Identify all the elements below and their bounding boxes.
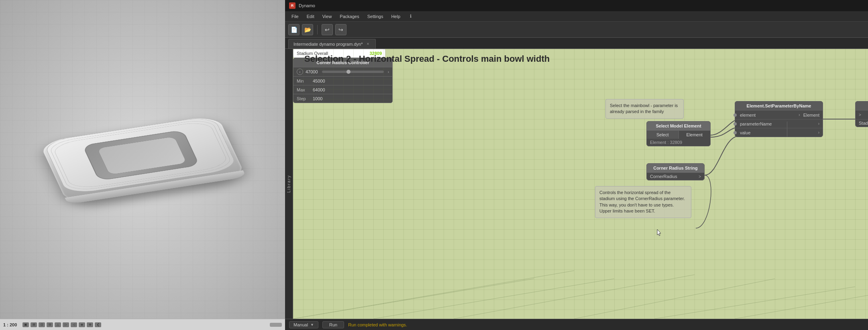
cr-arrow: > (699, 174, 701, 179)
dynamo-bottombar: Manual ▼ Run Run completed with warnings… (285, 319, 868, 330)
toolbar-separator-1 (317, 25, 318, 34)
dynamo-main: Library Selection 2 - Horizontal Spread … (285, 49, 868, 319)
watch-value-row: Stadium Overall 32809 (856, 119, 868, 127)
comment-bottom-text: Controls the horizontal spread of the st… (599, 190, 685, 213)
set-param-element-row: element › Element (735, 110, 823, 119)
controller-slider[interactable] (322, 71, 384, 73)
watch-left-arrow: > (859, 113, 861, 117)
set-param-value-row: value › (735, 128, 823, 137)
sb-icon-9[interactable]: ⊕ (87, 322, 93, 327)
param-element-arrow: › (799, 113, 800, 117)
stadium-base (39, 115, 247, 204)
horizontal-scrollbar[interactable] (270, 323, 282, 327)
dynamo-panel: R Dynamo File Edit View Packages Setting… (285, 0, 868, 330)
menu-file[interactable]: File (288, 13, 302, 20)
stadium-inner-field (97, 136, 187, 175)
dynamo-logo: R (289, 2, 295, 9)
watch-header: Watch (856, 101, 868, 110)
watch-stadium-label: Stadium Overall (859, 121, 868, 126)
menu-view[interactable]: View (319, 13, 335, 20)
stadium-3d-model (30, 79, 255, 240)
dynamo-menubar: File Edit View Packages Settings Help ℹ (285, 11, 868, 22)
sb-icon-5[interactable]: △ (55, 322, 61, 327)
sb-icon-4[interactable]: ⊟ (47, 322, 53, 327)
cad-viewport[interactable] (0, 0, 285, 319)
library-label: Library (287, 175, 291, 193)
run-button[interactable]: Run (322, 321, 344, 328)
corner-radius-row: CornerRadius > (647, 172, 704, 180)
select-model-row: Select Element (647, 130, 710, 139)
param-name-label: parameterName (740, 121, 772, 126)
param-value-arrow: › (818, 130, 819, 135)
param-divider (787, 121, 787, 137)
param-element-right: Element (803, 113, 819, 117)
sb-icon-3[interactable]: ⊡ (39, 322, 45, 327)
menu-help[interactable]: Help (388, 13, 403, 20)
node-watch[interactable]: Watch > > Stadium Overall 32809 (855, 101, 868, 127)
menu-packages[interactable]: Packages (336, 13, 362, 20)
scale-display: 1 : 200 (3, 322, 19, 327)
execution-mode-arrow: ▼ (310, 323, 314, 327)
execution-mode-label: Manual (293, 322, 308, 327)
port-value-in (734, 131, 737, 134)
set-param-name-row: parameterName › (735, 119, 823, 128)
dynamo-app-title: Dynamo (299, 3, 315, 8)
toolbar-undo-button[interactable]: ↩ (322, 24, 333, 35)
set-param-header: Element.SetParameterByName (735, 101, 823, 110)
toolbar-new-button[interactable]: 📄 (288, 24, 300, 35)
info-icon[interactable]: ℹ (407, 13, 415, 20)
library-panel[interactable]: Library (285, 49, 293, 319)
node-set-param[interactable]: Element.SetParameterByName element › Ele… (735, 101, 823, 137)
canvas-grid (293, 49, 868, 319)
menu-edit[interactable]: Edit (304, 13, 318, 20)
cad-panel: 1 : 200 ▣ ⊞ ⊡ ⊟ △ ▷ ◁ ◈ ⊕ ❮ (0, 0, 285, 330)
sb-icon-6[interactable]: ▷ (63, 322, 69, 327)
statusbar-icons: ▣ ⊞ ⊡ ⊟ △ ▷ ◁ ◈ ⊕ ❮ (22, 322, 101, 327)
dynamo-titlebar: R Dynamo (285, 0, 868, 11)
sb-icon-10[interactable]: ❮ (95, 322, 101, 327)
comment-bottom: Controls the horizontal spread of the st… (595, 186, 691, 218)
port-param-name-in (734, 122, 737, 126)
tab-current[interactable]: Intermediate dynamo program.dyn* × (288, 39, 376, 49)
cad-statusbar: 1 : 200 ▣ ⊞ ⊡ ⊟ △ ▷ ◁ ◈ ⊕ ❮ (0, 319, 285, 330)
status-message: Run completed with warnings. (348, 322, 407, 327)
sb-icon-8[interactable]: ◈ (79, 322, 85, 327)
sb-icon-7[interactable]: ◁ (71, 322, 77, 327)
select-button[interactable]: Select (647, 131, 679, 139)
comment-top-text: Select the mainbowl - parameter is alrea… (610, 103, 678, 114)
dynamo-toolbar: 📄 📂 ↩ ↪ (285, 22, 868, 38)
port-element-in (734, 113, 737, 117)
param-name-arrow: › (818, 121, 819, 126)
canvas-area[interactable]: Selection 2 - Horizontal Spread - Contro… (293, 49, 868, 319)
toolbar-open-button[interactable]: 📂 (302, 24, 313, 35)
node-corner-radius-string[interactable]: Corner Radius String CornerRadius > (646, 163, 705, 180)
element-button[interactable]: Element (679, 131, 711, 139)
execution-mode-selector[interactable]: Manual ▼ (289, 321, 318, 328)
element-value-display: Element : 32809 (647, 139, 710, 146)
tab-label: Intermediate dynamo program.dyn* (293, 42, 363, 47)
param-element-label: element (740, 113, 756, 117)
sb-icon-2[interactable]: ⊞ (31, 322, 37, 327)
cr-label: CornerRadius (650, 174, 677, 179)
comment-top: Select the mainbowl - parameter is alrea… (605, 99, 684, 119)
node-select-model[interactable]: Select Model Element Select Element Elem… (646, 121, 711, 146)
stadium-top-face (43, 115, 238, 194)
param-value-label: value (740, 130, 750, 135)
tab-close-button[interactable]: × (365, 41, 371, 47)
select-model-header: Select Model Element (647, 121, 710, 130)
watch-input-row: > > (856, 110, 868, 119)
menu-settings[interactable]: Settings (364, 13, 387, 20)
dynamo-tabs: Intermediate dynamo program.dyn* × (285, 38, 868, 49)
toolbar-redo-button[interactable]: ↪ (335, 24, 346, 35)
sb-icon-1[interactable]: ▣ (22, 322, 29, 327)
corner-radius-string-header: Corner Radius String (647, 164, 704, 172)
